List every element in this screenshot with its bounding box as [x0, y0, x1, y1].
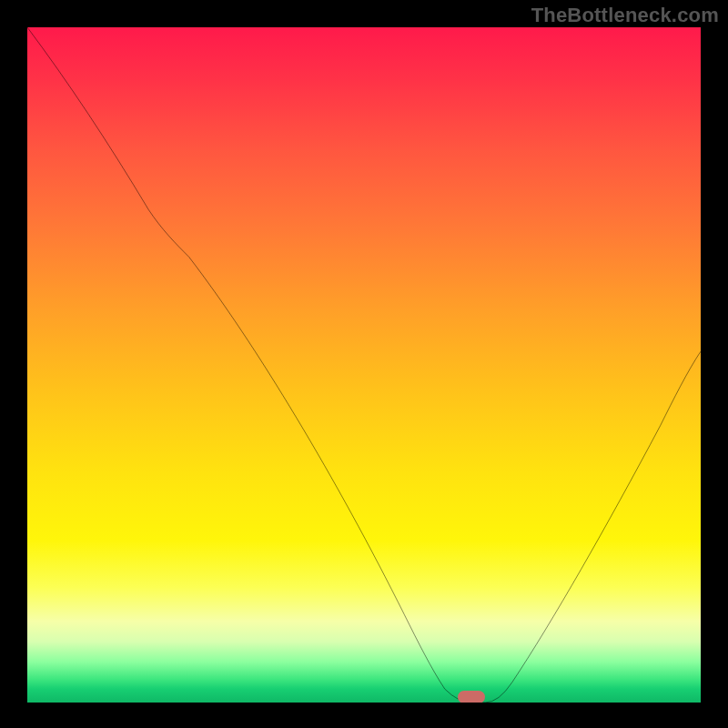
watermark-text: TheBottleneck.com — [531, 4, 719, 27]
min-marker — [458, 691, 485, 703]
plot-area — [27, 27, 701, 703]
gradient-background — [27, 27, 701, 703]
chart-frame: TheBottleneck.com — [0, 0, 728, 728]
